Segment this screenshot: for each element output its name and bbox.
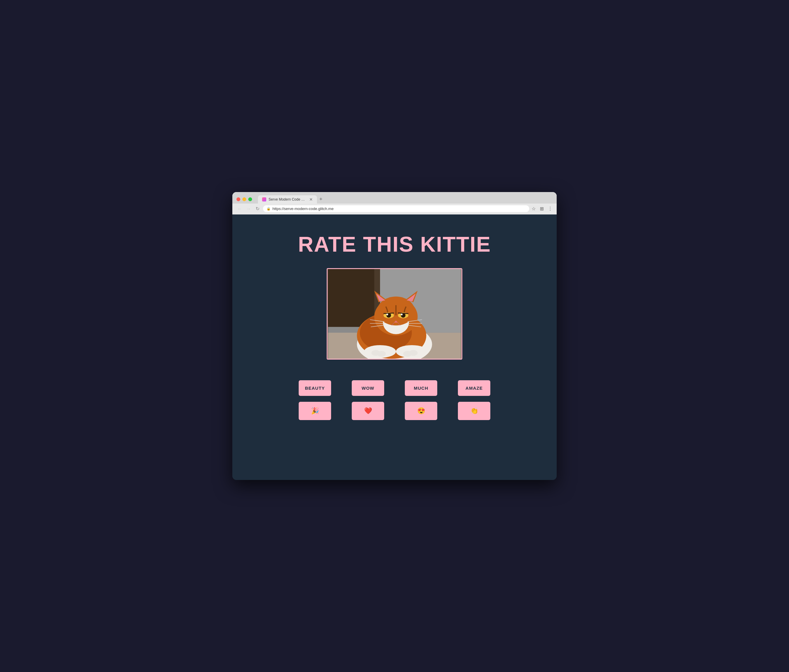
active-tab[interactable]: Serve Modern Code Glit... ✕ (258, 195, 317, 203)
svg-line-19 (383, 313, 394, 314)
close-button[interactable] (236, 197, 240, 201)
amaze-button[interactable]: AMAZE (458, 380, 490, 396)
svg-rect-3 (328, 269, 374, 327)
svg-point-33 (377, 351, 386, 357)
heart-emoji-button[interactable]: ❤️ (352, 402, 384, 420)
tab-title: Serve Modern Code Glit... (268, 197, 306, 202)
minimize-button[interactable] (242, 197, 246, 201)
traffic-lights (236, 197, 252, 201)
browser-window: Serve Modern Code Glit... ✕ + ← → ↻ 🔒 ht… (232, 192, 557, 480)
svg-line-20 (398, 313, 408, 314)
new-tab-icon[interactable]: + (317, 195, 325, 203)
extensions-icon[interactable]: ⊞ (540, 206, 544, 211)
sparkle-emoji-button[interactable]: 🎉 (299, 402, 331, 420)
clap-emoji-button[interactable]: 👏 (458, 402, 490, 420)
svg-point-21 (387, 314, 388, 315)
toolbar-icons: ☆ ⊞ ⋮ (532, 206, 553, 211)
url-text: https://serve-modern-code.glitch.me (272, 206, 334, 211)
page-content: RATE THIS KITTIE (232, 214, 557, 480)
address-bar-container: ← → ↻ 🔒 https://serve-modern-code.glitch… (232, 203, 557, 214)
much-button[interactable]: MUCH (405, 380, 437, 396)
wow-button[interactable]: WOW (352, 380, 384, 396)
tab-favicon-icon (262, 197, 266, 202)
cat-image-container (327, 268, 462, 360)
svg-point-35 (409, 350, 417, 356)
page-title: RATE THIS KITTIE (298, 232, 491, 256)
titlebar: Serve Modern Code Glit... ✕ + (232, 192, 557, 203)
buttons-grid: BEAUTY WOW MUCH AMAZE 🎉 ❤️ 😍 👏 (299, 380, 490, 420)
heart-eyes-emoji-button[interactable]: 😍 (405, 402, 437, 420)
tab-bar: Serve Modern Code Glit... ✕ + (258, 195, 553, 203)
beauty-button[interactable]: BEAUTY (299, 380, 331, 396)
lock-icon: 🔒 (267, 207, 271, 211)
svg-point-22 (401, 314, 403, 315)
bookmark-icon[interactable]: ☆ (532, 206, 536, 211)
forward-button[interactable]: → (245, 206, 252, 211)
address-bar[interactable]: 🔒 https://serve-modern-code.glitch.me (263, 205, 529, 212)
maximize-button[interactable] (248, 197, 252, 201)
tab-close-icon[interactable]: ✕ (309, 197, 313, 202)
cat-image (327, 269, 462, 359)
menu-icon[interactable]: ⋮ (548, 206, 553, 211)
back-button[interactable]: ← (236, 206, 243, 211)
reload-button[interactable]: ↻ (254, 206, 260, 211)
browser-chrome: Serve Modern Code Glit... ✕ + ← → ↻ 🔒 ht… (232, 192, 557, 214)
